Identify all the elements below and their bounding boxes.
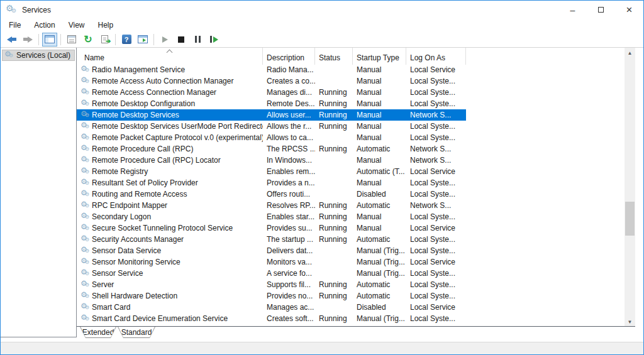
service-name-cell: Server [77, 280, 263, 289]
service-gear-icon [80, 246, 90, 255]
minimize-button[interactable]: – [558, 1, 587, 19]
menu-action[interactable]: Action [32, 20, 57, 30]
service-name: RPC Endpoint Mapper [92, 201, 167, 210]
service-startup-type: Manual (Trig... [353, 258, 406, 266]
scroll-down-icon[interactable]: ▼ [625, 317, 635, 327]
table-row[interactable]: Radio Management Service Radio Mana... M… [77, 64, 625, 75]
table-row[interactable]: Smart Card Manages ac... Disabled Local … [77, 302, 625, 313]
table-row[interactable]: Remote Desktop Services Allows user... R… [77, 109, 466, 121]
menu-file[interactable]: File [7, 20, 23, 30]
vertical-scrollbar[interactable]: ▲ ▼ [625, 48, 635, 327]
sidebar-item-services-local[interactable]: Services (Local) [2, 50, 75, 61]
service-log-on-as: Local Syste... [406, 190, 466, 199]
service-log-on-as: Local Syste... [406, 269, 466, 278]
service-startup-type: Manual (Trig... [353, 246, 406, 255]
table-row[interactable]: Remote Procedure Call (RPC) The RPCSS ..… [77, 143, 625, 155]
service-startup-type: Manual [353, 156, 406, 165]
service-name: Secondary Logon [92, 212, 151, 221]
close-button[interactable]: × [615, 1, 643, 19]
service-name: Sensor Data Service [92, 246, 161, 255]
service-name-cell: Remote Procedure Call (RPC) [77, 145, 263, 153]
service-name-cell: Remote Desktop Services [77, 111, 263, 119]
back-button[interactable] [4, 33, 19, 46]
service-status: Running [315, 224, 353, 232]
service-name-cell: Shell Hardware Detection [77, 292, 263, 300]
toolbar-separator [115, 34, 116, 45]
column-header-name[interactable]: Name [77, 53, 263, 62]
table-row[interactable]: Remote Desktop Configuration Remote Des.… [77, 98, 625, 109]
pause-service-button[interactable] [190, 33, 205, 46]
table-row[interactable]: Remote Desktop Services UserMode Port Re… [77, 121, 625, 132]
service-description: Provides no... [263, 292, 315, 300]
service-startup-type: Automatic [353, 280, 406, 289]
table-row[interactable]: Routing and Remote Access Offers routi..… [77, 188, 625, 200]
column-header-startup-type[interactable]: Startup Type [353, 53, 406, 62]
service-name-cell: Remote Access Connection Manager [77, 88, 263, 97]
service-name: Smart Card [92, 303, 130, 312]
table-row[interactable]: Security Accounts Manager The startup ..… [77, 234, 625, 245]
service-startup-type: Manual [353, 65, 406, 74]
column-header-log-on-as[interactable]: Log On As [406, 53, 466, 62]
start-service-button[interactable] [157, 33, 172, 46]
service-status: Running [315, 88, 353, 97]
table-row[interactable]: Smart Card Device Enumeration Service Cr… [77, 313, 625, 324]
table-row[interactable]: Secondary Logon Enables star... Running … [77, 211, 625, 222]
export-list-button[interactable] [97, 33, 112, 46]
table-row[interactable]: Server Supports fil... Running Automatic… [77, 279, 625, 290]
table-row[interactable]: Secure Socket Tunneling Protocol Service… [77, 222, 625, 234]
column-header-status[interactable]: Status [315, 53, 353, 62]
service-startup-type: Automatic [353, 292, 406, 300]
scroll-up-icon[interactable]: ▲ [625, 48, 635, 58]
tab-label: Standard [118, 327, 155, 337]
toolbar-separator [38, 34, 39, 45]
table-row[interactable]: Remote Procedure Call (RPC) Locator In W… [77, 155, 625, 166]
table-row[interactable]: Sensor Service A service fo... Manual (T… [77, 268, 625, 279]
restart-service-button[interactable] [206, 33, 221, 46]
scrollbar-thumb[interactable] [625, 202, 635, 236]
back-icon [7, 36, 16, 43]
service-name: Resultant Set of Policy Provider [92, 178, 198, 187]
refresh-button[interactable]: ↻ [80, 33, 96, 46]
table-row[interactable]: Sensor Monitoring Service Monitors va...… [77, 256, 625, 268]
service-gear-icon [80, 178, 90, 187]
forward-button[interactable] [20, 33, 35, 46]
titlebar: Services – × [1, 1, 643, 19]
service-log-on-as: Network S... [406, 111, 466, 119]
show-action-pane-button[interactable] [135, 33, 150, 46]
show-console-tree-button[interactable] [42, 33, 57, 46]
table-row[interactable]: Remote Packet Capture Protocol v.0 (expe… [77, 132, 625, 143]
table-row[interactable]: Remote Access Auto Connection Manager Cr… [77, 75, 625, 87]
service-name-cell: Smart Card [77, 303, 263, 312]
table-row[interactable]: Shell Hardware Detection Provides no... … [77, 290, 625, 302]
column-header-description[interactable]: Description [263, 53, 315, 62]
service-log-on-as: Local Syste... [406, 88, 466, 97]
service-description: Enables rem... [263, 167, 315, 176]
table-row[interactable]: Sensor Data Service Delivers dat... Manu… [77, 245, 625, 256]
maximize-button[interactable] [587, 1, 615, 19]
service-description: Creates soft... [263, 314, 315, 323]
menu-view[interactable]: View [67, 20, 87, 30]
service-startup-type: Manual [353, 224, 406, 232]
help-button[interactable]: ? [119, 33, 134, 46]
table-row[interactable]: Resultant Set of Policy Provider Provide… [77, 177, 625, 188]
toolbar-separator [60, 34, 61, 45]
service-log-on-as: Local Service [406, 303, 466, 312]
service-gear-icon [80, 111, 90, 119]
tab-standard[interactable]: Standard [118, 327, 155, 338]
service-status: Running [315, 314, 353, 323]
service-status: Running [315, 99, 353, 108]
stop-service-button[interactable] [174, 33, 189, 46]
service-log-on-as: Local Syste... [406, 178, 466, 187]
service-log-on-as: Local Syste... [406, 314, 466, 323]
service-log-on-as: Local Syste... [406, 122, 466, 131]
export-list-icon [101, 35, 108, 43]
table-row[interactable]: RPC Endpoint Mapper Resolves RP... Runni… [77, 200, 625, 211]
menu-help[interactable]: Help [96, 20, 116, 30]
start-service-icon [162, 36, 168, 43]
service-rows: Radio Management Service Radio Mana... M… [77, 64, 625, 326]
table-row[interactable]: Remote Access Connection Manager Manages… [77, 87, 625, 98]
properties-button[interactable] [64, 33, 79, 46]
services-list: Name Description Status Startup Type Log… [77, 48, 635, 327]
table-row[interactable]: Remote Registry Enables rem... Automatic… [77, 166, 625, 177]
tab-extended[interactable]: Extended [80, 327, 116, 338]
